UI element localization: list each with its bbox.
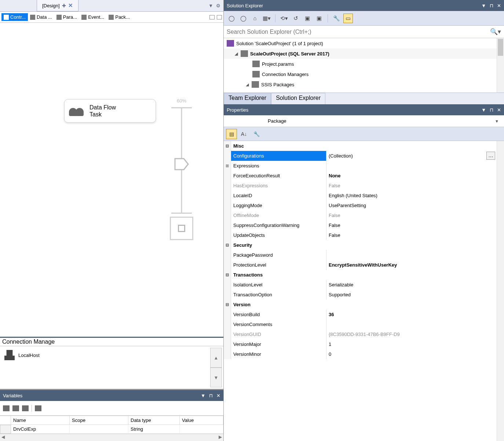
grid-options-icon[interactable] <box>35 405 41 411</box>
property-row[interactable]: HasExpressionsFalse <box>224 181 504 191</box>
col-value[interactable]: Value <box>180 416 223 425</box>
layout-icon[interactable] <box>209 15 215 19</box>
close-icon[interactable]: ✕ <box>216 393 220 398</box>
document-tab-design[interactable]: [Design] ✚ ✕ <box>37 0 78 11</box>
category-row[interactable]: ⊟Security <box>224 240 504 250</box>
search-input[interactable] <box>227 29 490 35</box>
property-value[interactable]: False <box>326 210 504 220</box>
property-row[interactable]: UpdateObjectsFalse <box>224 230 504 240</box>
col-scope[interactable]: Scope <box>70 416 128 425</box>
property-row[interactable]: VersionGUID{8C3590DD-9331-47B6-B9FF-D9 <box>224 329 504 339</box>
pin-icon[interactable]: ⊓ <box>490 3 493 8</box>
sync-icon[interactable]: ▦▾ <box>262 14 271 23</box>
property-row[interactable]: LoggingModeUseParentSetting <box>224 200 504 210</box>
collapse-icon[interactable]: ⊟ <box>224 240 231 250</box>
col-name[interactable]: Name <box>11 416 70 425</box>
property-row[interactable]: ForceExecutionResultNone <box>224 171 504 181</box>
panel-dropdown-icon[interactable]: ▼ <box>481 107 486 113</box>
variable-row[interactable]: DrvColExp String <box>0 425 223 434</box>
delete-variable-icon[interactable] <box>22 405 29 411</box>
panel-dropdown-icon[interactable]: ▼ <box>481 3 486 8</box>
project-node[interactable]: ◢ScaleOutProject (SQL Server 2017) <box>224 48 504 59</box>
gear-icon[interactable]: ⚙ <box>216 3 220 8</box>
show-all-icon[interactable]: ▣ <box>314 14 324 23</box>
var-scope[interactable] <box>70 425 128 434</box>
close-icon[interactable]: ✕ <box>497 3 501 8</box>
property-row[interactable]: Configurations(Collection)… <box>224 151 504 161</box>
tab-data-flow[interactable]: Data ... <box>28 13 54 21</box>
close-icon[interactable]: ✕ <box>68 2 73 9</box>
solution-node[interactable]: Solution 'ScaleOutProject' (1 of 1 proje… <box>224 38 504 48</box>
category-row[interactable]: ⊟Transactions <box>224 270 504 280</box>
property-value[interactable]: None <box>326 171 504 181</box>
property-value[interactable]: EncryptSensitiveWithUserKey <box>326 260 504 270</box>
forward-icon[interactable]: ◯ <box>238 14 248 23</box>
var-value[interactable] <box>180 425 223 434</box>
chevron-down-icon[interactable]: ◢ <box>234 51 238 56</box>
chevron-down-icon[interactable]: ◢ <box>245 82 249 87</box>
collapse-icon[interactable]: ▣ <box>303 14 312 23</box>
property-value[interactable]: Supported <box>326 290 504 300</box>
ellipsis-button[interactable]: … <box>486 152 495 160</box>
chevron-down-icon[interactable]: ▼ <box>495 119 499 123</box>
alphabetical-icon[interactable]: A↓ <box>238 129 249 139</box>
properties-scrollbar[interactable] <box>497 141 504 441</box>
property-value[interactable]: Serializable <box>326 280 504 290</box>
properties-object-selector[interactable]: Package ▼ <box>224 115 504 127</box>
var-name[interactable]: DrvColExp <box>11 425 70 434</box>
property-row[interactable]: ⊞Expressions <box>224 161 504 171</box>
property-value[interactable]: (Collection)… <box>326 151 504 161</box>
categorized-icon[interactable]: ▤ <box>226 129 237 139</box>
scroll-up-button[interactable]: ▲ <box>210 348 222 368</box>
zoom-slider-track[interactable] <box>171 107 192 214</box>
zoom-fit-button[interactable] <box>170 217 193 240</box>
property-value[interactable]: 1 <box>326 339 504 349</box>
col-datatype[interactable]: Data type <box>128 416 180 425</box>
tab-package-explorer[interactable]: Pack... <box>106 13 132 21</box>
property-value[interactable]: 0 <box>326 349 504 359</box>
back-icon[interactable]: ◯ <box>227 14 236 23</box>
property-value[interactable]: False <box>326 230 504 240</box>
property-row[interactable]: ProtectionLevelEncryptSensitiveWithUserK… <box>224 260 504 270</box>
tree-node[interactable]: ◢SSIS Packages <box>224 79 504 90</box>
layout-icon[interactable] <box>217 15 222 19</box>
property-value[interactable]: False <box>326 181 504 191</box>
design-surface[interactable]: Data Flow Task 60% <box>0 23 223 337</box>
category-row[interactable]: ⊟Version <box>224 300 504 310</box>
tree-node[interactable]: Connection Managers <box>224 69 504 79</box>
data-flow-task-box[interactable]: Data Flow Task <box>64 99 156 123</box>
collapse-icon[interactable]: ⊟ <box>224 141 231 151</box>
collapse-icon[interactable]: ⊟ <box>224 270 231 280</box>
property-value[interactable] <box>326 161 504 171</box>
tab-event-handlers[interactable]: Event... <box>79 13 106 21</box>
category-row[interactable]: ⊟Misc <box>224 141 504 151</box>
tab-solution-explorer[interactable]: Solution Explorer <box>271 93 325 104</box>
property-row[interactable]: PackagePassword <box>224 250 504 260</box>
property-value[interactable] <box>326 250 504 260</box>
property-row[interactable]: VersionComments <box>224 319 504 329</box>
collapse-icon[interactable]: ⊟ <box>224 300 231 310</box>
search-icon[interactable]: 🔍▾ <box>490 28 501 36</box>
property-row[interactable]: VersionBuild36 <box>224 310 504 319</box>
preview-icon[interactable]: ▭ <box>343 14 353 23</box>
refresh-icon[interactable]: ↺ <box>291 14 300 23</box>
zoom-slider-thumb[interactable] <box>174 158 189 170</box>
home-icon[interactable]: ⌂ <box>250 14 260 23</box>
property-row[interactable]: SuppressConfigurationWarningFalse <box>224 220 504 230</box>
pin-icon[interactable]: ✚ <box>62 3 66 8</box>
history-icon[interactable]: ⟲▾ <box>279 14 289 23</box>
property-pages-icon[interactable]: 🔧 <box>251 129 262 139</box>
property-value[interactable]: English (United States) <box>326 191 504 200</box>
tab-parameters[interactable]: Para... <box>54 13 79 21</box>
expand-icon[interactable]: ⊞ <box>224 161 231 171</box>
tree-node[interactable]: Project.params <box>224 59 504 69</box>
property-value[interactable]: {8C3590DD-9331-47B6-B9FF-D9 <box>326 329 504 339</box>
tree-scrollbar[interactable] <box>497 38 504 93</box>
tab-team-explorer[interactable]: Team Explorer <box>224 93 271 104</box>
connection-manager-item[interactable]: LocalHost <box>4 350 40 360</box>
property-value[interactable]: False <box>326 220 504 230</box>
property-row[interactable]: IsolationLevelSerializable <box>224 280 504 290</box>
properties-icon[interactable]: 🔧 <box>332 14 341 23</box>
property-value[interactable]: 36 <box>326 310 504 319</box>
pin-icon[interactable]: ⊓ <box>490 107 493 113</box>
